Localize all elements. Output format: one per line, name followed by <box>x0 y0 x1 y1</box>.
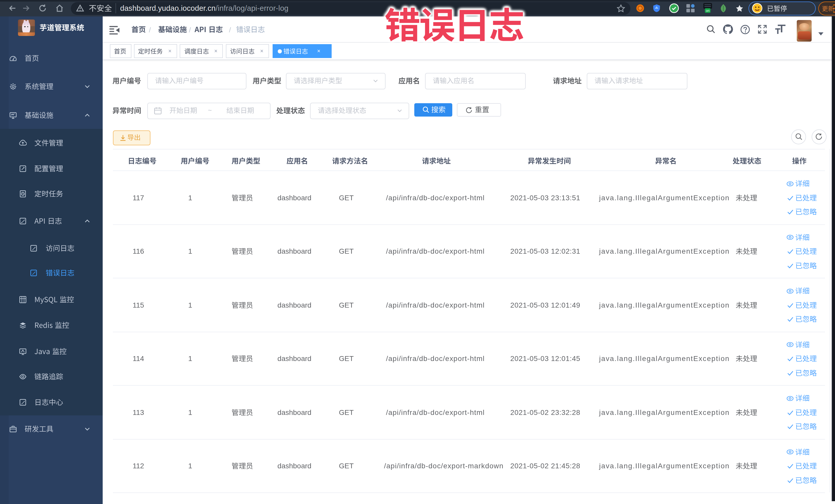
svg-text:on: on <box>706 9 710 13</box>
